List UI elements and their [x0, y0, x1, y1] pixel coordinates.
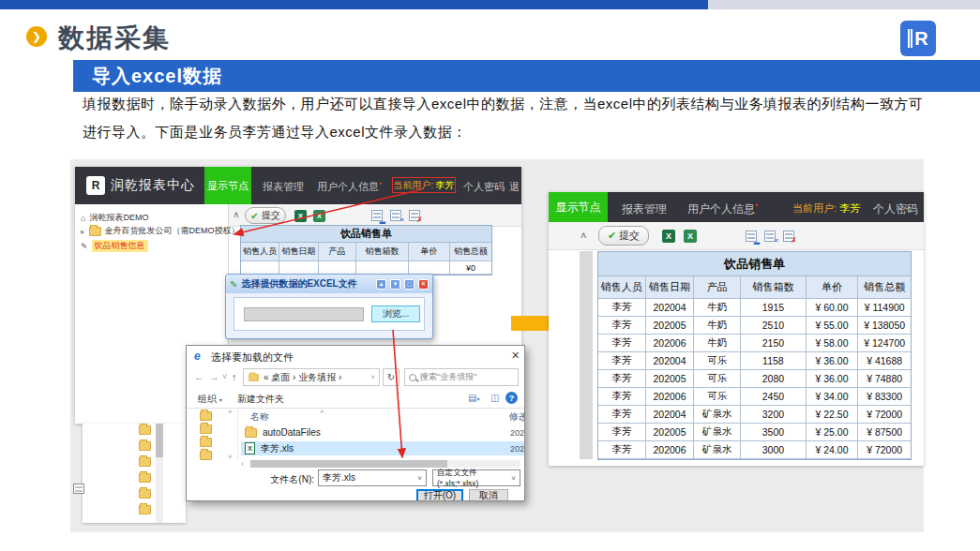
import-excel-icon[interactable]: X — [684, 230, 697, 243]
table-cell[interactable]: 李芳 — [598, 441, 646, 459]
table-cell[interactable]: ¥ 25.00 — [807, 424, 859, 441]
right-nav-password[interactable]: 个人密码 — [873, 201, 918, 217]
table-cell[interactable]: 李芳 — [598, 335, 646, 352]
delete-row-icon[interactable]: ✗ — [783, 231, 794, 242]
left-submit-button[interactable]: ✔ 提交 — [245, 207, 286, 224]
preview-pane-icon[interactable]: ◫ — [490, 393, 499, 403]
entry-cell[interactable] — [319, 261, 356, 275]
right-nav-user-info[interactable]: 用户个人信息* — [687, 201, 759, 217]
table-cell[interactable]: 矿泉水 — [694, 406, 741, 424]
breadcrumb[interactable]: « 桌面 › 业务填报 › ˅ — [243, 368, 380, 386]
add-row-icon[interactable]: ▂ — [371, 210, 383, 221]
table-cell[interactable]: 可乐 — [694, 352, 741, 370]
organize-menu[interactable]: 组织 ▾ — [198, 393, 222, 406]
folder-icon[interactable] — [139, 457, 151, 467]
dialog-max-button[interactable]: □ — [404, 279, 415, 290]
table-cell[interactable]: 2450 — [741, 388, 807, 406]
table-cell[interactable]: 李芳 — [598, 370, 646, 388]
nav-scroll-down-icon[interactable]: ˅ — [228, 453, 233, 461]
table-cell[interactable]: ¥ 55.00 — [807, 317, 859, 335]
right-nav-show-nodes[interactable]: 显示节点 — [549, 192, 608, 222]
table-cell[interactable]: ¥ 36.00 — [807, 352, 859, 370]
table-cell[interactable]: ¥ 87500 — [858, 424, 911, 441]
table-cell[interactable]: 202006 — [646, 441, 695, 459]
table-cell[interactable]: 可乐 — [694, 388, 741, 406]
table-cell[interactable]: ¥ 114900 — [858, 299, 911, 317]
left-nav-report-mgmt[interactable]: 报表管理 — [263, 180, 304, 194]
file-dialog-close-icon[interactable]: ✕ — [511, 350, 520, 362]
table-cell[interactable]: 202004 — [646, 352, 695, 370]
tree-root[interactable]: ⌂ 润乾报表DEMO — [81, 212, 148, 224]
table-cell[interactable]: 2510 — [741, 317, 807, 335]
tree-company-folder[interactable]: ▸ 金舟百货批发公司（需DEMO授权） — [81, 225, 240, 237]
import-excel-icon[interactable]: X — [313, 210, 325, 222]
up-icon[interactable]: ↑ — [232, 371, 237, 382]
hscroll-left-icon[interactable]: ‹ — [241, 459, 244, 469]
table-cell[interactable]: 202006 — [646, 388, 695, 406]
table-cell[interactable]: 1158 — [741, 352, 807, 370]
right-submit-button[interactable]: ✔ 提交 — [598, 226, 649, 246]
table-cell[interactable]: ¥ 72000 — [858, 441, 911, 459]
open-button[interactable]: 打开(O) — [416, 489, 463, 501]
table-cell[interactable]: 矿泉水 — [694, 424, 741, 441]
search-input[interactable]: 搜索"业务填报" — [404, 368, 519, 386]
folder-icon[interactable] — [139, 489, 151, 499]
filetype-combobox[interactable]: 自定义文件 (*.xls;*.xlsx) ˅ — [432, 469, 520, 486]
collapse-icon[interactable]: ˄ — [234, 210, 239, 220]
back-icon[interactable]: ← — [194, 371, 204, 382]
table-cell[interactable]: 李芳 — [598, 317, 646, 335]
delete-row-icon[interactable]: ✗ — [409, 210, 420, 221]
view-mode-icon[interactable]: ▤▾ — [468, 393, 479, 403]
column-header-modified-clipped[interactable]: 修改 — [509, 410, 524, 424]
table-cell[interactable]: ¥ 34.00 — [807, 388, 859, 406]
table-cell[interactable]: ¥ 124700 — [858, 335, 911, 352]
nav-scroll-up-icon[interactable]: ˄ — [228, 408, 233, 416]
table-cell[interactable]: 202006 — [646, 335, 695, 352]
cancel-button[interactable]: 取消 — [469, 489, 508, 501]
folder-icon[interactable] — [139, 441, 151, 451]
left-nav-logout-clipped[interactable]: 退 — [509, 180, 520, 194]
table-cell[interactable]: 202005 — [646, 370, 695, 388]
export-excel-icon[interactable]: X — [662, 230, 675, 243]
entry-cell[interactable] — [409, 261, 450, 275]
file-row-folder[interactable]: autoDataFiles 2020 — [241, 425, 524, 439]
excel-dialog-titlebar[interactable]: ✎ 选择提供数据的EXCEL文件 ▴ ▾ □ ✕ — [226, 275, 432, 293]
folder-icon[interactable] — [139, 473, 151, 483]
table-cell[interactable]: 牛奶 — [694, 317, 741, 335]
history-caret-icon[interactable]: ˅ — [222, 372, 227, 381]
table-cell[interactable]: 202004 — [646, 406, 695, 424]
table-cell[interactable]: ¥ 24.00 — [807, 441, 859, 459]
left-nav-show-nodes[interactable]: 显示节点 — [204, 167, 251, 204]
forward-icon[interactable]: → — [209, 371, 219, 382]
table-cell[interactable]: 李芳 — [598, 406, 646, 424]
folder-icon[interactable] — [200, 438, 212, 447]
folder-icon[interactable] — [200, 451, 212, 460]
dialog-shade-button[interactable]: ▴ — [376, 279, 386, 290]
table-cell[interactable]: 202005 — [646, 424, 695, 441]
folder-icon[interactable] — [200, 424, 212, 434]
table-cell[interactable]: 3200 — [741, 406, 807, 424]
table-cell[interactable]: ¥ 138050 — [858, 317, 911, 335]
entry-cell[interactable] — [279, 261, 319, 275]
hscroll-thumb[interactable] — [250, 460, 447, 468]
table-cell[interactable]: 2080 — [741, 370, 807, 388]
new-folder-button[interactable]: 新建文件夹 — [237, 393, 284, 406]
table-cell[interactable]: ¥ 36.00 — [807, 370, 859, 388]
table-cell[interactable]: ¥ 22.50 — [807, 406, 859, 424]
tree-leaf-drink-sales[interactable]: ✎ 饮品销售信息 — [81, 240, 148, 252]
table-cell[interactable]: 3000 — [741, 441, 807, 459]
left-pane-scroll-strip[interactable] — [580, 251, 593, 459]
hscroll-track[interactable] — [250, 460, 520, 468]
browse-button[interactable]: 浏览... — [371, 305, 420, 322]
excel-path-input[interactable] — [244, 307, 364, 321]
entry-cell[interactable] — [356, 261, 409, 275]
table-cell[interactable]: 矿泉水 — [694, 441, 741, 459]
dialog-close-button[interactable]: ✕ — [418, 279, 429, 290]
right-nav-report-mgmt[interactable]: 报表管理 — [622, 201, 667, 217]
file-row-selected[interactable]: 李芳.xls 2020 — [241, 441, 524, 455]
table-cell[interactable]: 1915 — [741, 299, 807, 317]
table-cell[interactable]: 2150 — [741, 335, 807, 352]
table-cell[interactable]: ¥ 58.00 — [807, 335, 859, 352]
entry-cell[interactable]: ¥0 — [450, 261, 491, 275]
table-cell[interactable]: 202004 — [646, 299, 695, 317]
